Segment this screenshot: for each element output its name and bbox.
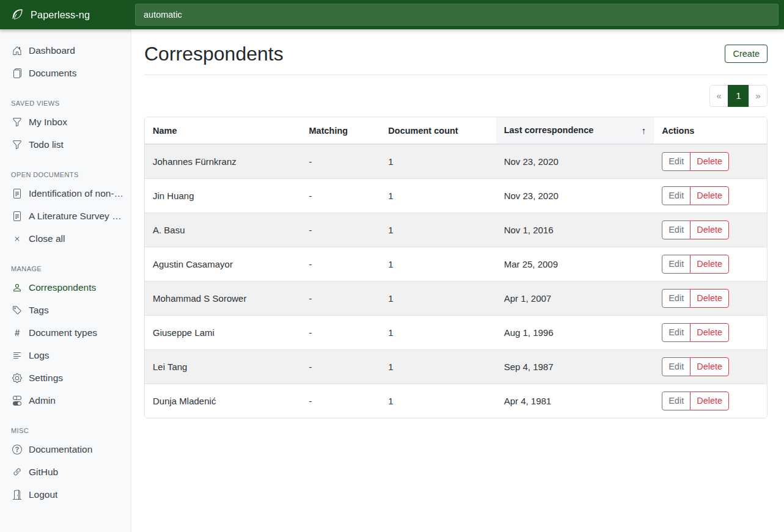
pagination-prev[interactable]: « bbox=[709, 85, 728, 107]
delete-button[interactable]: Delete bbox=[690, 357, 729, 376]
edit-button[interactable]: Edit bbox=[662, 152, 691, 171]
cell-actions: Edit Delete bbox=[654, 281, 767, 315]
sidebar-item-open-document-1[interactable]: Identification of non-fu... bbox=[0, 182, 131, 205]
file-text-icon bbox=[12, 211, 22, 221]
edit-button[interactable]: Edit bbox=[662, 186, 691, 205]
edit-button[interactable]: Edit bbox=[662, 392, 691, 410]
cell-last-correspondence: Nov 23, 2020 bbox=[496, 144, 654, 178]
correspondents-table-card: Name Matching Document count ↑ Last corr… bbox=[144, 117, 768, 418]
gear-icon bbox=[12, 373, 22, 383]
hash-icon bbox=[12, 328, 22, 338]
sidebar-item-correspondents[interactable]: Correspondents bbox=[0, 276, 131, 299]
edit-button[interactable]: Edit bbox=[662, 323, 691, 342]
sidebar-item-document-types[interactable]: Document types bbox=[0, 321, 131, 344]
question-circle-icon bbox=[12, 445, 22, 454]
house-icon bbox=[12, 46, 22, 56]
cell-matching: - bbox=[301, 213, 381, 247]
edit-button[interactable]: Edit bbox=[662, 289, 691, 308]
sidebar-item-label: Admin bbox=[29, 395, 56, 406]
cell-last-correspondence: Aug 1, 1996 bbox=[496, 315, 654, 349]
sidebar-item-label: A Literature Survey on ... bbox=[29, 211, 126, 222]
cell-matching: - bbox=[301, 281, 381, 315]
column-header-actions: Actions bbox=[654, 117, 767, 144]
sidebar-heading-saved-views: SAVED VIEWS bbox=[0, 97, 131, 111]
door-open-icon bbox=[12, 490, 22, 500]
edit-button[interactable]: Edit bbox=[662, 357, 691, 376]
delete-button[interactable]: Delete bbox=[690, 152, 729, 171]
cell-document-count: 1 bbox=[380, 315, 496, 349]
pagination-next[interactable]: » bbox=[749, 85, 768, 107]
sidebar: Dashboard Documents SAVED VIEWS My Inbox… bbox=[0, 29, 131, 532]
column-header-last-correspondence[interactable]: ↑ Last correspondence bbox=[496, 117, 654, 144]
cell-last-correspondence: Nov 1, 2016 bbox=[496, 213, 654, 247]
delete-button[interactable]: Delete bbox=[690, 220, 729, 239]
sidebar-item-my-inbox[interactable]: My Inbox bbox=[0, 111, 131, 133]
funnel-icon bbox=[12, 140, 22, 150]
delete-button[interactable]: Delete bbox=[690, 289, 729, 308]
sort-ascending-icon: ↑ bbox=[642, 125, 647, 136]
sidebar-item-dashboard[interactable]: Dashboard bbox=[0, 39, 131, 62]
create-button[interactable]: Create bbox=[725, 45, 768, 63]
table-header-row: Name Matching Document count ↑ Last corr… bbox=[145, 117, 767, 144]
sidebar-item-logout[interactable]: Logout bbox=[0, 483, 131, 506]
table-row: Giuseppe Lami - 1 Aug 1, 1996 Edit Delet… bbox=[145, 315, 767, 349]
cell-name: Jin Huang bbox=[145, 178, 301, 213]
table-row: Lei Tang - 1 Sep 4, 1987 Edit Delete bbox=[145, 349, 767, 384]
pagination-page-1[interactable]: 1 bbox=[728, 85, 749, 107]
cell-matching: - bbox=[301, 247, 381, 281]
delete-button[interactable]: Delete bbox=[690, 255, 729, 274]
column-header-name[interactable]: Name bbox=[145, 117, 301, 144]
cell-last-correspondence: Mar 25, 2009 bbox=[496, 247, 654, 281]
table-row: Mohammad S Sorower - 1 Apr 1, 2007 Edit … bbox=[145, 281, 767, 315]
delete-button[interactable]: Delete bbox=[690, 186, 729, 205]
text-lines-icon bbox=[12, 351, 22, 360]
table-row: Agustin Casamayor - 1 Mar 25, 2009 Edit … bbox=[145, 247, 767, 281]
sidebar-item-admin[interactable]: Admin bbox=[0, 389, 131, 412]
sidebar-item-label: Logs bbox=[29, 350, 49, 361]
table-row: Johannes Fürnkranz - 1 Nov 23, 2020 Edit… bbox=[145, 144, 767, 178]
sidebar-item-label: Dashboard bbox=[29, 45, 75, 56]
search-input[interactable] bbox=[135, 4, 779, 26]
column-header-matching[interactable]: Matching bbox=[301, 117, 381, 144]
pagination: « 1 » bbox=[709, 85, 768, 107]
sidebar-item-documents[interactable]: Documents bbox=[0, 62, 131, 84]
brand-label: Paperless-ng bbox=[31, 9, 90, 21]
search-area bbox=[131, 0, 784, 29]
sidebar-heading-open-documents: OPEN DOCUMENTS bbox=[0, 168, 131, 182]
cell-last-correspondence: Nov 23, 2020 bbox=[496, 178, 654, 213]
table-row: Jin Huang - 1 Nov 23, 2020 Edit Delete bbox=[145, 178, 767, 213]
column-header-document-count[interactable]: Document count bbox=[380, 117, 496, 144]
cell-document-count: 1 bbox=[380, 144, 496, 178]
cell-actions: Edit Delete bbox=[654, 213, 767, 247]
cell-matching: - bbox=[301, 315, 381, 349]
sidebar-item-close-all[interactable]: Close all bbox=[0, 227, 131, 250]
edit-button[interactable]: Edit bbox=[662, 255, 691, 274]
cell-document-count: 1 bbox=[380, 178, 496, 213]
brand-link[interactable]: Paperless-ng bbox=[0, 0, 131, 29]
tag-icon bbox=[12, 305, 22, 315]
cell-actions: Edit Delete bbox=[654, 247, 767, 281]
sidebar-item-open-document-2[interactable]: A Literature Survey on ... bbox=[0, 205, 131, 227]
cell-name: Mohammad S Sorower bbox=[145, 281, 301, 315]
sidebar-item-logs[interactable]: Logs bbox=[0, 344, 131, 366]
sidebar-item-documentation[interactable]: Documentation bbox=[0, 438, 131, 461]
edit-button[interactable]: Edit bbox=[662, 220, 691, 239]
delete-button[interactable]: Delete bbox=[690, 392, 729, 410]
delete-button[interactable]: Delete bbox=[690, 323, 729, 342]
cell-name: A. Basu bbox=[145, 213, 301, 247]
sidebar-item-label: Settings bbox=[29, 373, 63, 384]
table-row: A. Basu - 1 Nov 1, 2016 Edit Delete bbox=[145, 213, 767, 247]
correspondents-table: Name Matching Document count ↑ Last corr… bbox=[145, 117, 767, 418]
cell-matching: - bbox=[301, 349, 381, 384]
close-icon bbox=[12, 234, 22, 244]
sidebar-item-github[interactable]: GitHub bbox=[0, 461, 131, 483]
main-content: Correspondents Create « 1 » Name Matchin… bbox=[131, 29, 784, 418]
header-divider bbox=[144, 75, 768, 75]
sidebar-item-tags[interactable]: Tags bbox=[0, 299, 131, 321]
sidebar-item-settings[interactable]: Settings bbox=[0, 366, 131, 389]
cell-matching: - bbox=[301, 178, 381, 213]
funnel-icon bbox=[12, 117, 22, 127]
sidebar-item-todo-list[interactable]: Todo list bbox=[0, 133, 131, 156]
cell-actions: Edit Delete bbox=[654, 144, 767, 178]
sidebar-item-label: Documents bbox=[29, 68, 76, 79]
